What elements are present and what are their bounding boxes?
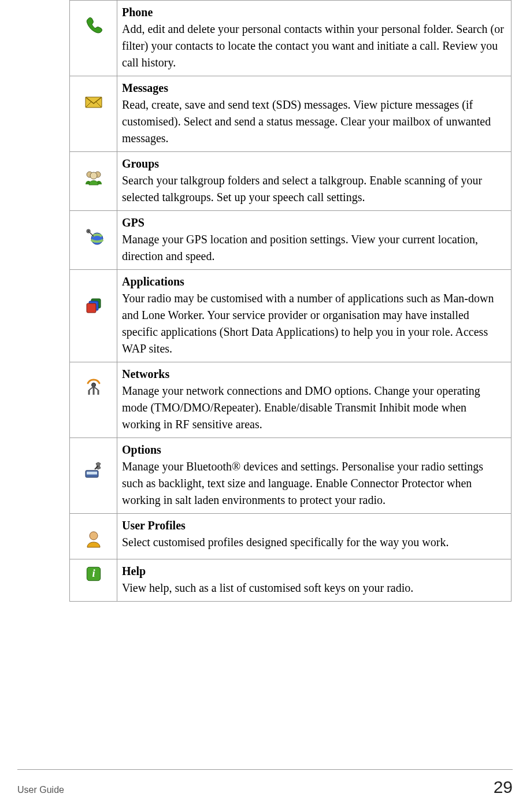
table-row: Options Manage your Bluetooth® devices a… bbox=[70, 438, 512, 514]
text-cell: Messages Read, create, save and send tex… bbox=[117, 76, 512, 152]
svg-rect-10 bbox=[87, 303, 96, 313]
row-desc: Manage your Bluetooth® devices and setti… bbox=[122, 458, 506, 509]
networks-icon bbox=[83, 377, 104, 398]
table-row: Messages Read, create, save and send tex… bbox=[70, 76, 512, 152]
icon-cell bbox=[70, 438, 117, 514]
table-row: Networks Manage your network connections… bbox=[70, 362, 512, 438]
table-row: Groups Search your talkgroup folders and… bbox=[70, 152, 512, 211]
row-title: Messages bbox=[122, 80, 506, 97]
row-desc: Your radio may be customised with a numb… bbox=[122, 290, 506, 357]
content-area: Phone Add, edit and delete your personal… bbox=[69, 0, 512, 602]
row-desc: View help, such as a list of customised … bbox=[122, 580, 506, 596]
text-cell: Applications Your radio may be customise… bbox=[117, 270, 512, 362]
text-cell: Options Manage your Bluetooth® devices a… bbox=[117, 438, 512, 514]
svg-point-7 bbox=[87, 231, 88, 232]
icon-cell bbox=[70, 152, 117, 211]
svg-point-3 bbox=[90, 172, 97, 179]
text-cell: Help View help, such as a list of custom… bbox=[117, 559, 512, 602]
applications-icon bbox=[83, 295, 104, 316]
row-title: Phone bbox=[122, 4, 506, 21]
icon-cell bbox=[70, 76, 117, 152]
row-desc: Add, edit and delete your personal conta… bbox=[122, 21, 506, 71]
options-icon bbox=[83, 460, 104, 481]
row-desc: Manage your network connections and DMO … bbox=[122, 383, 506, 433]
table-row: Phone Add, edit and delete your personal… bbox=[70, 1, 512, 76]
row-desc: Search your talkgroup folders and select… bbox=[122, 172, 506, 206]
icon-cell bbox=[70, 211, 117, 270]
phone-icon bbox=[83, 16, 104, 36]
page-footer: User Guide 29 bbox=[17, 769, 513, 800]
icon-cell bbox=[70, 1, 117, 76]
text-cell: Phone Add, edit and delete your personal… bbox=[117, 1, 512, 76]
groups-icon bbox=[83, 167, 104, 188]
help-icon: i bbox=[85, 565, 102, 583]
table-row: Applications Your radio may be customise… bbox=[70, 270, 512, 362]
text-cell: Networks Manage your network connections… bbox=[117, 362, 512, 438]
row-desc: Manage your GPS location and position se… bbox=[122, 231, 506, 265]
row-title: GPS bbox=[122, 214, 506, 231]
messages-icon bbox=[83, 91, 104, 112]
row-title: Networks bbox=[122, 366, 506, 383]
text-cell: User Profiles Select customised profiles… bbox=[117, 514, 512, 559]
row-title: Help bbox=[122, 563, 506, 580]
icon-cell bbox=[70, 362, 117, 438]
features-table: Phone Add, edit and delete your personal… bbox=[69, 0, 512, 602]
icon-cell bbox=[70, 514, 117, 559]
svg-point-11 bbox=[91, 383, 95, 387]
text-cell: Groups Search your talkgroup folders and… bbox=[117, 152, 512, 211]
table-row: i Help View help, such as a list of cust… bbox=[70, 559, 512, 602]
table-row: User Profiles Select customised profiles… bbox=[70, 514, 512, 559]
table-row: GPS Manage your GPS location and positio… bbox=[70, 211, 512, 270]
row-desc: Read, create, save and send text (SDS) m… bbox=[122, 97, 506, 147]
row-desc: Select customised profiles designed spec… bbox=[122, 534, 506, 551]
gps-icon bbox=[83, 226, 104, 247]
icon-cell: i bbox=[70, 559, 117, 602]
footer-doc-title: User Guide bbox=[17, 783, 64, 796]
row-title: Options bbox=[122, 442, 506, 458]
icon-cell bbox=[70, 270, 117, 362]
user-profiles-icon bbox=[83, 529, 104, 550]
text-cell: GPS Manage your GPS location and positio… bbox=[117, 211, 512, 270]
footer-page-number: 29 bbox=[494, 774, 513, 800]
row-title: Applications bbox=[122, 273, 506, 290]
row-title: User Profiles bbox=[122, 517, 506, 534]
svg-point-20 bbox=[90, 532, 98, 540]
page: Phone Add, edit and delete your personal… bbox=[0, 0, 530, 812]
row-title: Groups bbox=[122, 155, 506, 172]
svg-rect-18 bbox=[87, 472, 97, 474]
